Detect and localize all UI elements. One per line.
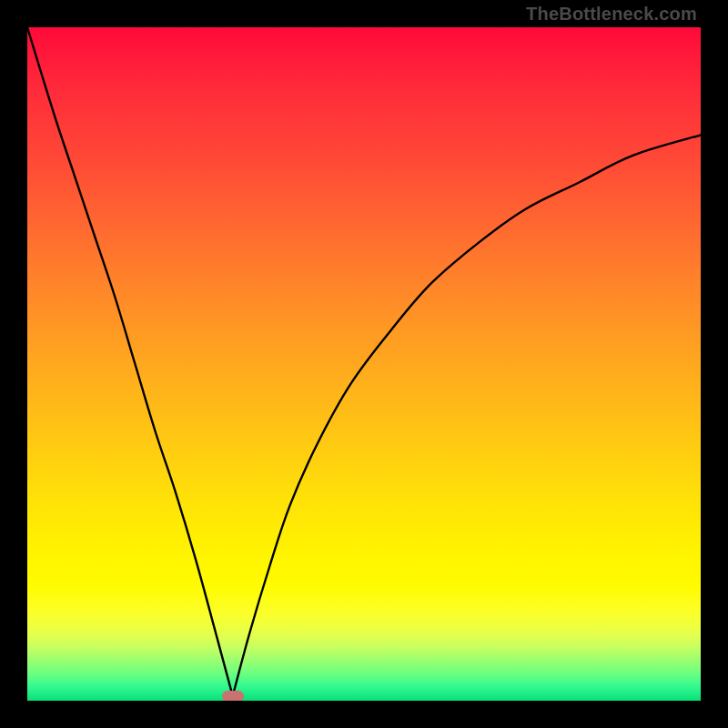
plot-area bbox=[27, 27, 701, 701]
bottleneck-curve bbox=[27, 27, 701, 701]
minimum-marker-icon bbox=[222, 691, 244, 701]
chart-frame: TheBottleneck.com bbox=[0, 0, 728, 728]
watermark-text: TheBottleneck.com bbox=[526, 4, 697, 25]
